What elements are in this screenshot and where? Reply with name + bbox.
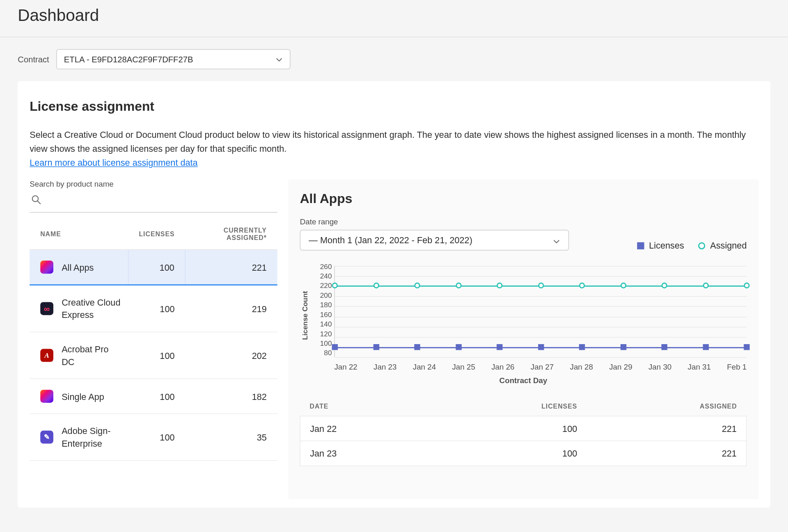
app-icon: [40, 260, 53, 274]
search-label: Search by product name: [30, 180, 277, 189]
product-name: Adobe Sign-Enterprise: [62, 425, 122, 450]
square-marker-icon: [414, 344, 420, 350]
circle-marker-icon: [703, 283, 708, 288]
y-tick: 220: [311, 282, 332, 290]
y-tick: 260: [311, 263, 332, 271]
col-assigned[interactable]: ASSIGNED: [586, 397, 746, 416]
square-marker-icon: [637, 242, 644, 249]
table-row[interactable]: Acrobat Pro DC100202: [30, 332, 277, 379]
square-marker-icon: [579, 344, 585, 350]
chart-legend: Licenses Assigned: [637, 240, 747, 251]
learn-more-link[interactable]: Learn more about license assignment data: [30, 158, 197, 168]
legend-licenses: Licenses: [637, 240, 684, 251]
product-assigned: 221: [185, 250, 277, 285]
product-assigned: 182: [185, 379, 277, 413]
x-tick: Jan 28: [570, 363, 593, 372]
circle-marker-icon: [662, 283, 667, 288]
x-tick: Jan 22: [334, 363, 357, 372]
date-range-value: — Month 1 (Jan 22, 2022 - Feb 21, 2022): [309, 235, 472, 245]
app-icon: [40, 431, 53, 444]
table-row[interactable]: Creative Cloud Express100219: [30, 285, 277, 332]
circle-marker-icon: [579, 283, 585, 288]
table-row[interactable]: Single App100182: [30, 379, 277, 413]
product-assigned: 202: [185, 332, 277, 379]
square-marker-icon: [497, 344, 502, 350]
y-tick: 80: [311, 349, 332, 357]
y-tick: 120: [311, 330, 332, 338]
square-marker-icon: [703, 344, 708, 350]
circle-marker-icon: [373, 283, 379, 288]
x-tick: Jan 24: [413, 363, 436, 372]
license-chart: 26024022020018016014012010080 Jan 22Jan …: [311, 263, 747, 369]
page-title: Dashboard: [18, 6, 770, 25]
x-tick: Jan 30: [648, 363, 671, 372]
circle-marker-icon: [497, 283, 502, 288]
app-icon: [40, 390, 53, 403]
chevron-down-icon: [275, 56, 282, 63]
chevron-down-icon: [553, 237, 560, 244]
product-name: Single App: [62, 390, 104, 402]
x-tick: Feb 1: [727, 363, 747, 372]
product-assigned: 35: [185, 414, 277, 461]
search-icon: [31, 194, 41, 208]
square-marker-icon: [538, 344, 543, 350]
circle-marker-icon: [538, 283, 543, 288]
product-licenses: 100: [128, 285, 185, 332]
table-row[interactable]: Jan 22100221: [300, 416, 746, 441]
square-marker-icon: [332, 344, 338, 350]
row-date: Jan 23: [300, 441, 431, 466]
product-table: NAME LICENSES CURRENTLY ASSIGNED* All Ap…: [30, 219, 277, 461]
x-tick: Jan 27: [531, 363, 554, 372]
square-marker-icon: [456, 344, 461, 350]
x-tick: Jan 26: [491, 363, 514, 372]
circle-marker-icon: [620, 283, 626, 288]
product-assigned: 219: [185, 285, 277, 332]
y-axis-label: License Count: [300, 263, 311, 369]
section-description: Select a Creative Cloud or Document Clou…: [30, 128, 758, 155]
row-licenses: 100: [431, 441, 586, 466]
col-licenses[interactable]: LICENSES: [128, 219, 185, 250]
row-date: Jan 22: [300, 416, 431, 441]
square-marker-icon: [744, 344, 749, 350]
circle-marker-icon: [698, 242, 705, 249]
svg-line-1: [38, 201, 40, 203]
x-tick: Jan 25: [452, 363, 475, 372]
y-tick: 240: [311, 272, 332, 280]
row-assigned: 221: [586, 416, 746, 441]
row-assigned: 221: [586, 441, 746, 466]
product-licenses: 100: [128, 250, 185, 285]
y-tick: 100: [311, 339, 332, 347]
col-licenses[interactable]: LICENSES: [431, 397, 586, 416]
circle-marker-icon: [332, 283, 338, 288]
square-marker-icon: [373, 344, 379, 350]
detail-title: All Apps: [300, 191, 747, 207]
product-licenses: 100: [128, 332, 185, 379]
col-name[interactable]: NAME: [30, 219, 128, 250]
contract-label: Contract: [18, 55, 49, 64]
table-row[interactable]: Jan 23100221: [300, 441, 746, 466]
x-tick: Jan 31: [688, 363, 711, 372]
legend-assigned: Assigned: [698, 240, 747, 251]
x-axis-label: Contract Day: [300, 376, 747, 385]
product-licenses: 100: [128, 379, 185, 413]
date-range-select[interactable]: — Month 1 (Jan 22, 2022 - Feb 21, 2022): [300, 230, 569, 251]
y-tick: 140: [311, 320, 332, 328]
date-range-label: Date range: [300, 217, 569, 226]
col-assigned[interactable]: CURRENTLY ASSIGNED*: [185, 219, 277, 250]
app-icon: [40, 349, 53, 362]
section-title: License assignment: [30, 99, 758, 114]
y-tick: 200: [311, 291, 332, 299]
x-tick: Jan 23: [373, 363, 396, 372]
product-name: Creative Cloud Express: [62, 296, 122, 321]
product-name: Acrobat Pro DC: [62, 343, 122, 368]
product-name: All Apps: [62, 261, 94, 273]
square-marker-icon: [620, 344, 626, 350]
app-icon: [40, 302, 53, 315]
col-date[interactable]: DATE: [300, 397, 431, 416]
table-row[interactable]: All Apps100221: [30, 250, 277, 285]
table-row[interactable]: Adobe Sign-Enterprise10035: [30, 414, 277, 461]
search-input[interactable]: [30, 192, 277, 213]
x-tick: Jan 29: [609, 363, 632, 372]
circle-marker-icon: [414, 283, 420, 288]
contract-select[interactable]: ETLA - E9FD128AC2F9F7DFF27B: [56, 49, 290, 69]
